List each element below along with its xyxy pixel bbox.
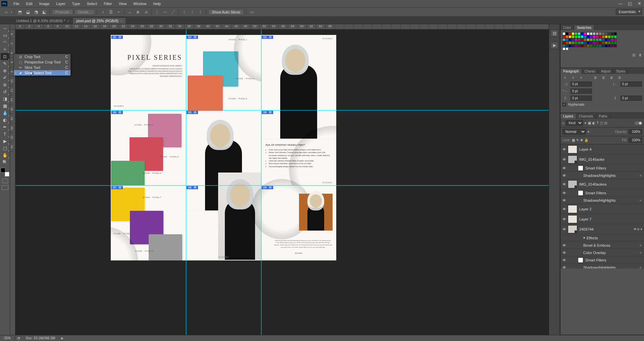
lock-all-icon[interactable]: 🔒: [584, 138, 588, 142]
dist-hc-icon[interactable]: ⋯: [162, 9, 168, 15]
swatch[interactable]: [565, 44, 568, 47]
document-tab[interactable]: Untitled-1 @ 8.33% (RGB/8) *×: [13, 18, 73, 24]
swatch[interactable]: [584, 41, 587, 44]
swatch[interactable]: [608, 35, 611, 38]
zoom-level[interactable]: 25%: [0, 336, 15, 340]
layer-filter-kind[interactable]: Kind: [566, 120, 583, 126]
swatch[interactable]: [572, 41, 575, 44]
layers-list[interactable]: 👁 Layer 4 👁 IMG_0145aoke 👁Smart Filters👁…: [560, 144, 644, 269]
guide-horizontal[interactable]: [15, 185, 549, 186]
first-line-input[interactable]: [571, 89, 592, 94]
swatch[interactable]: [596, 38, 599, 41]
fg-bg-colors[interactable]: [1, 168, 9, 177]
pen-tool-icon[interactable]: ✒: [1, 124, 9, 131]
dist-v4-icon[interactable]: ⫶: [197, 9, 204, 15]
visibility-eye-icon[interactable]: 👁: [560, 243, 568, 247]
swatch[interactable]: [590, 32, 593, 35]
type-tool-icon[interactable]: T: [1, 131, 9, 138]
visibility-eye-icon[interactable]: 👁: [560, 174, 568, 178]
slice-number[interactable]: 08⊞: [187, 186, 198, 189]
swatch[interactable]: [587, 32, 590, 35]
divide-button[interactable]: Divide...: [75, 9, 95, 15]
swatch[interactable]: [578, 44, 581, 47]
layer-sub-row[interactable]: 👁Bevel & Emboss≡: [560, 242, 644, 249]
swatch[interactable]: [608, 44, 611, 47]
swatch[interactable]: [581, 41, 584, 44]
guide-horizontal[interactable]: [15, 110, 549, 110]
filter-pixel-icon[interactable]: ▦: [588, 121, 591, 125]
visibility-eye-icon[interactable]: 👁: [560, 207, 568, 211]
menu-window[interactable]: Window: [130, 0, 150, 7]
swatch[interactable]: [614, 38, 617, 41]
swatch[interactable]: [587, 35, 590, 38]
dist-v2-icon[interactable]: ⫶: [181, 9, 188, 15]
swatch[interactable]: [578, 32, 581, 35]
swatch[interactable]: [596, 35, 599, 38]
swatch[interactable]: [599, 41, 602, 44]
zoom-tool-icon[interactable]: 🔍: [1, 159, 9, 166]
hide-slices-icon[interactable]: ▭: [248, 9, 255, 15]
ruler-origin[interactable]: [10, 24, 15, 30]
slice-number[interactable]: 03⊞: [262, 36, 273, 39]
canvas-area[interactable]: 0246810121416182022242628303234363840424…: [10, 24, 549, 335]
align-left-icon[interactable]: ⫞: [99, 9, 106, 15]
swatch[interactable]: [611, 41, 614, 44]
layer-sub-row[interactable]: 👁Shadows/Highlights≡: [560, 264, 644, 269]
layer-sub-row[interactable]: 👁Color Overlay≡: [560, 249, 644, 256]
swatch[interactable]: [562, 44, 565, 47]
visibility-eye-icon[interactable]: 👁: [560, 191, 568, 195]
dist-v3-icon[interactable]: ⫶: [189, 9, 196, 15]
slice-number[interactable]: 02⊞: [187, 36, 198, 39]
healing-brush-tool-icon[interactable]: ⊕: [1, 67, 9, 74]
swatch[interactable]: [562, 47, 565, 50]
shape-tool-icon[interactable]: ▢: [1, 145, 9, 152]
layer-sub-row[interactable]: 👁Smart Filters: [560, 164, 644, 172]
slice-number[interactable]: 04⊞: [111, 111, 123, 114]
visibility-eye-icon[interactable]: 👁: [560, 227, 568, 231]
layer-row[interactable]: 👁 Layer 7: [560, 214, 644, 224]
swatch[interactable]: [581, 32, 584, 35]
visibility-eye-icon[interactable]: 👁: [560, 265, 568, 269]
space-after-input[interactable]: [621, 96, 642, 101]
swatch[interactable]: [575, 44, 578, 47]
visibility-eye-icon[interactable]: 👁: [560, 258, 568, 262]
swatch[interactable]: [590, 35, 593, 38]
quick-mask-icon[interactable]: [2, 179, 8, 183]
window-minimize-icon[interactable]: —: [616, 0, 625, 7]
swatch[interactable]: [593, 38, 596, 41]
doc-size[interactable]: Doc: 33.1M/396.5M: [22, 336, 59, 340]
swatch[interactable]: [602, 35, 605, 38]
layer-sub-row[interactable]: 👁Shadows/Highlights≡: [560, 172, 644, 179]
move-tool-icon[interactable]: ↔: [1, 25, 9, 32]
filter-shape-icon[interactable]: ▢: [600, 121, 603, 125]
swatch[interactable]: [578, 38, 581, 41]
swatch[interactable]: [565, 41, 568, 44]
swatch[interactable]: [602, 32, 605, 35]
filter-toggle[interactable]: [635, 121, 642, 125]
align-bottom-icon[interactable]: ⫡: [143, 9, 149, 15]
align-right-icon[interactable]: ≡: [579, 76, 584, 80]
swatch[interactable]: [568, 32, 572, 35]
history-brush-tool-icon[interactable]: ↺: [1, 88, 9, 95]
layer-row[interactable]: 👁 Layer 2: [560, 204, 644, 214]
swatch[interactable]: [562, 41, 565, 44]
swatch[interactable]: [608, 32, 611, 35]
swatch[interactable]: [587, 41, 590, 44]
dist-v-icon[interactable]: ⋰: [170, 9, 177, 15]
swatch[interactable]: [602, 44, 605, 47]
layer-sub-row[interactable]: 👁Smart Filters: [560, 256, 644, 264]
swatch[interactable]: [593, 44, 596, 47]
close-icon[interactable]: ×: [67, 19, 69, 23]
layer-sub-row[interactable]: 👁Smart Filters: [560, 189, 644, 197]
tab-layers[interactable]: Layers: [560, 114, 576, 119]
tab-swatches[interactable]: Swatches: [574, 25, 594, 30]
justify-left-icon[interactable]: ≣: [593, 76, 598, 80]
swatch[interactable]: [565, 47, 568, 50]
menu-edit[interactable]: Edit: [23, 0, 36, 7]
swatch[interactable]: [605, 44, 608, 47]
align-right-icon[interactable]: ⫟: [115, 9, 122, 15]
swatch[interactable]: [596, 44, 599, 47]
blur-tool-icon[interactable]: 💧: [1, 109, 9, 116]
lock-position-icon[interactable]: ✥: [580, 138, 583, 142]
swatch[interactable]: [562, 32, 565, 35]
